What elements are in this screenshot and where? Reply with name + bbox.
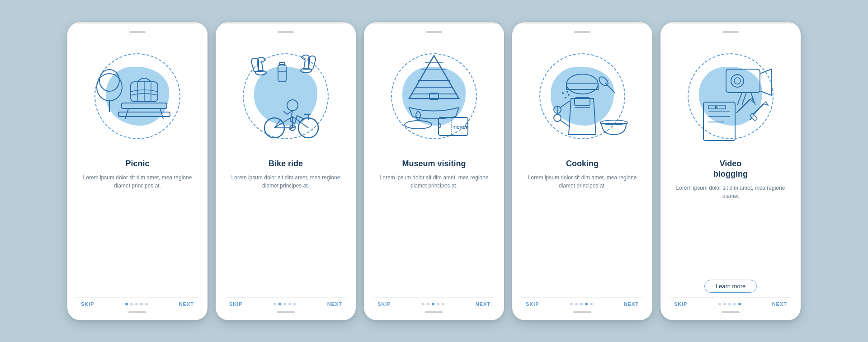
- svg-point-16: [287, 100, 298, 111]
- dot-1c: [422, 303, 425, 305]
- dot-2d: [575, 303, 578, 305]
- scroll-indicator-2: [277, 311, 295, 313]
- museum-description: Lorem ipsum dolor sit dim amet, mea regi…: [373, 173, 495, 292]
- bike-next[interactable]: NEXT: [327, 301, 342, 307]
- dot-5b: [293, 303, 296, 305]
- svg-line-23: [274, 119, 281, 128]
- cooking-next[interactable]: NEXT: [624, 301, 639, 307]
- bike-title: Bike ride: [269, 159, 303, 169]
- bike-illustration: [236, 37, 335, 155]
- cooking-illustration: [533, 37, 632, 155]
- scroll-indicator: [128, 311, 146, 313]
- dot-2b: [278, 303, 281, 305]
- picnic-illustration: [88, 37, 187, 155]
- vlogging-title: Video blogging: [713, 159, 748, 180]
- picnic-dots: [125, 303, 148, 305]
- dot-1e: [718, 303, 721, 305]
- screens-container: Picnic Lorem ipsum dolor sit dim amet, m…: [49, 9, 819, 334]
- status-bar-4: [521, 31, 643, 34]
- museum-icon-svg: TICKET: [384, 44, 484, 148]
- vlogging-nav: SKIP NEXT: [670, 297, 792, 309]
- learn-more-button[interactable]: Learn more: [704, 280, 757, 293]
- cooking-skip[interactable]: SKIP: [526, 301, 539, 307]
- vlogging-icon-svg: [683, 44, 778, 148]
- bike-icon-svg: [238, 44, 333, 148]
- vlogging-next[interactable]: NEXT: [772, 301, 787, 307]
- status-bar-5: [670, 31, 792, 34]
- scroll-indicator-4: [573, 311, 591, 313]
- dot-4d: [585, 303, 588, 305]
- picnic-nav: SKIP NEXT: [76, 297, 198, 309]
- svg-line-69: [736, 111, 738, 113]
- dot-3b: [283, 303, 286, 305]
- dot-3d: [580, 303, 583, 305]
- svg-marker-72: [764, 102, 768, 105]
- dot-1b: [274, 303, 276, 305]
- dot-5: [145, 303, 148, 305]
- phone-screen-cooking: Cooking Lorem ipsum dolor sit dim amet, …: [512, 22, 652, 320]
- svg-point-50: [600, 120, 627, 125]
- vlogging-illustration: [681, 37, 780, 155]
- picnic-next[interactable]: NEXT: [179, 301, 194, 307]
- dot-4b: [288, 303, 291, 305]
- svg-line-67: [738, 99, 750, 111]
- phone-screen-picnic: Picnic Lorem ipsum dolor sit dim amet, m…: [67, 22, 208, 320]
- dot-5e: [738, 303, 741, 305]
- svg-point-54: [568, 94, 570, 96]
- dot-1: [125, 303, 128, 305]
- svg-point-39: [566, 74, 598, 94]
- museum-next[interactable]: NEXT: [476, 301, 491, 307]
- svg-point-55: [562, 92, 564, 94]
- museum-title: Museum visiting: [402, 159, 466, 169]
- dot-4: [140, 303, 143, 305]
- picnic-title: Picnic: [125, 159, 149, 169]
- svg-rect-13: [278, 65, 286, 82]
- svg-marker-66: [715, 106, 718, 109]
- svg-line-4: [125, 108, 128, 119]
- status-dot: [129, 31, 146, 33]
- dot-4e: [733, 303, 736, 305]
- svg-line-70: [753, 104, 764, 114]
- svg-line-46: [560, 101, 570, 108]
- museum-dots: [422, 303, 444, 305]
- museum-nav: SKIP NEXT: [373, 297, 495, 309]
- picnic-icon-svg: [92, 47, 183, 146]
- status-bar-3: [373, 31, 495, 34]
- vlogging-description: Lorem ipsum dolor sit dim amet, mea regi…: [670, 184, 792, 274]
- bike-skip[interactable]: SKIP: [229, 301, 243, 307]
- cooking-icon-svg: [535, 44, 630, 148]
- svg-text:TICKET: TICKET: [453, 125, 468, 130]
- cooking-dots: [570, 303, 593, 305]
- picnic-description: Lorem ipsum dolor sit dim amet, mea regi…: [76, 173, 198, 292]
- svg-rect-41: [566, 83, 598, 89]
- bike-description: Lorem ipsum dolor sit dim amet, mea regi…: [225, 173, 347, 292]
- svg-point-53: [565, 97, 566, 98]
- svg-point-35: [405, 121, 432, 129]
- picnic-skip[interactable]: SKIP: [81, 301, 94, 307]
- scroll-indicator-3: [425, 311, 443, 313]
- status-dot-5: [722, 31, 739, 33]
- cooking-title: Cooking: [566, 159, 599, 169]
- dot-3e: [728, 303, 731, 305]
- museum-skip[interactable]: SKIP: [377, 301, 391, 307]
- status-bar-2: [225, 31, 347, 34]
- svg-line-47: [560, 120, 570, 127]
- cooking-description: Lorem ipsum dolor sit dim amet, mea regi…: [521, 173, 643, 292]
- dot-2c: [427, 303, 429, 305]
- svg-point-60: [734, 78, 741, 84]
- phone-screen-bike-ride: Bike ride Lorem ipsum dolor sit dim amet…: [216, 22, 356, 320]
- scroll-indicator-5: [722, 311, 740, 313]
- phone-screen-video-blogging: Video blogging Lorem ipsum dolor sit dim…: [660, 22, 801, 320]
- dot-1d: [570, 303, 573, 305]
- svg-point-56: [566, 91, 568, 93]
- dot-4c: [437, 303, 439, 305]
- svg-line-76: [751, 93, 755, 105]
- dot-2: [130, 303, 133, 305]
- dot-5c: [442, 303, 444, 305]
- status-dot-4: [574, 31, 590, 33]
- bike-nav: SKIP NEXT: [225, 297, 347, 309]
- dot-2e: [723, 303, 726, 305]
- status-bar: [76, 31, 198, 34]
- vlogging-dots: [718, 303, 741, 305]
- vlogging-skip[interactable]: SKIP: [674, 301, 688, 307]
